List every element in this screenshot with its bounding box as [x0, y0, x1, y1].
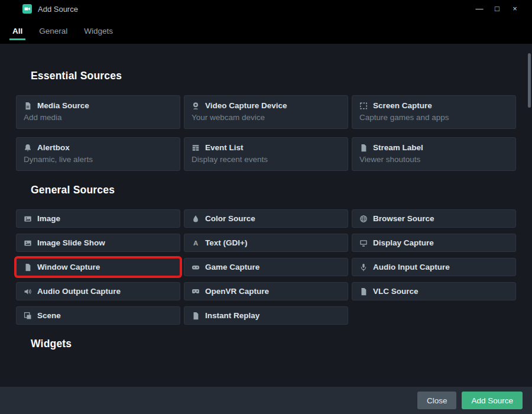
add-source-button[interactable]: Add Source — [462, 392, 523, 409]
card-subtitle: Your webcam device — [192, 113, 340, 122]
card-label: Image Slide Show — [37, 238, 105, 247]
maximize-window-icon[interactable]: □ — [488, 0, 506, 18]
essential-grid: Media SourceAdd mediaVideo Capture Devic… — [16, 95, 516, 171]
source-card-browser-source[interactable]: Browser Source — [352, 209, 516, 228]
file-icon — [24, 263, 32, 271]
source-card-screen-capture[interactable]: Screen CaptureCapture games and apps — [352, 95, 516, 129]
card-label: Game Capture — [205, 263, 259, 271]
source-card-media-source[interactable]: Media SourceAdd media — [16, 95, 180, 129]
window-controls: —□× — [471, 0, 524, 18]
card-subtitle: Add media — [24, 113, 173, 122]
file-icon — [192, 312, 200, 320]
text-icon: A — [192, 239, 200, 247]
card-label: Window Capture — [37, 263, 100, 271]
mic-icon — [359, 263, 368, 271]
add-source-dialog-content: Essential Sources Media SourceAdd mediaV… — [0, 44, 532, 387]
card-label: Image — [37, 214, 60, 223]
globe-icon — [359, 215, 368, 223]
card-title: Video Capture Device — [205, 101, 287, 110]
source-card-audio-input-capture[interactable]: Audio Input Capture — [352, 258, 516, 276]
source-card-stream-label[interactable]: Stream LabelViewer shoutouts — [352, 137, 516, 171]
scene-icon — [24, 312, 32, 320]
svg-text:A: A — [193, 239, 198, 246]
close-window-icon[interactable]: × — [506, 0, 524, 18]
close-button[interactable]: Close — [417, 392, 457, 409]
source-card-color-source[interactable]: Color Source — [184, 209, 348, 228]
general-sources-heading: General Sources — [31, 184, 516, 196]
source-card-image-slide-show[interactable]: Image Slide Show — [16, 234, 180, 252]
essential-sources-heading: Essential Sources — [31, 70, 516, 82]
list-icon — [192, 144, 200, 152]
tab-widgets[interactable]: Widgets — [76, 18, 121, 44]
card-label: Audio Input Capture — [373, 263, 450, 271]
bell-icon — [24, 144, 32, 152]
card-label: Display Capture — [373, 238, 434, 247]
file-icon — [359, 144, 368, 152]
card-label: Instant Replay — [205, 311, 259, 320]
source-card-event-list[interactable]: Event ListDisplay recent events — [184, 137, 348, 171]
card-label: VLC Source — [373, 287, 419, 296]
source-card-window-capture[interactable]: Window Capture — [16, 258, 180, 276]
source-card-image[interactable]: Image — [16, 209, 180, 228]
card-title: Stream Label — [373, 143, 423, 152]
image-icon — [24, 239, 32, 247]
card-label: Text (GDI+) — [205, 238, 247, 247]
footer: Close Add Source — [0, 387, 532, 414]
speaker-icon — [24, 287, 32, 296]
source-card-scene[interactable]: Scene — [16, 306, 180, 325]
card-label: OpenVR Capture — [205, 287, 269, 296]
widgets-heading: Widgets — [31, 338, 516, 350]
source-card-openvr-capture[interactable]: OpenVR Capture — [184, 282, 348, 300]
source-card-display-capture[interactable]: Display Capture — [352, 234, 516, 252]
card-title: Screen Capture — [373, 101, 432, 110]
minimize-window-icon[interactable]: — — [471, 0, 488, 18]
card-title: Alertbox — [37, 143, 70, 152]
card-label: Color Source — [205, 214, 255, 223]
card-title: Media Source — [37, 101, 89, 110]
add-source-dialog: Add Source —□× AllGeneralWidgets Essenti… — [0, 0, 532, 414]
display-icon — [359, 239, 368, 247]
scrollbar-thumb[interactable] — [528, 53, 531, 108]
card-subtitle: Viewer shoutouts — [359, 155, 508, 164]
tab-general[interactable]: General — [31, 18, 76, 44]
image-icon — [24, 215, 32, 223]
window-title: Add Source — [38, 5, 78, 14]
tab-all[interactable]: All — [4, 18, 31, 44]
source-card-vlc-source[interactable]: VLC Source — [352, 282, 516, 300]
source-card-text-gdi[interactable]: AText (GDI+) — [184, 234, 348, 252]
tab-bar: AllGeneralWidgets — [0, 18, 532, 44]
streamlabs-logo-icon — [22, 4, 32, 14]
card-subtitle: Dynamic, live alerts — [24, 155, 173, 164]
card-subtitle: Capture games and apps — [359, 113, 508, 122]
titlebar: Add Source —□× — [0, 0, 532, 18]
source-card-alertbox[interactable]: AlertboxDynamic, live alerts — [16, 137, 180, 171]
vr-icon — [192, 287, 200, 296]
media-icon — [24, 102, 32, 110]
card-label: Audio Output Capture — [37, 287, 121, 296]
color-icon — [192, 215, 200, 223]
scrollbar[interactable] — [527, 46, 531, 386]
source-card-game-capture[interactable]: Game Capture — [184, 258, 348, 276]
screen-icon — [359, 102, 368, 110]
card-label: Browser Source — [373, 214, 434, 223]
source-card-audio-output-capture[interactable]: Audio Output Capture — [16, 282, 180, 300]
card-subtitle: Display recent events — [192, 155, 340, 164]
file-icon — [359, 287, 368, 296]
source-card-instant-replay[interactable]: Instant Replay — [184, 306, 348, 325]
webcam-icon — [192, 102, 200, 110]
card-title: Event List — [205, 143, 244, 152]
gamepad-icon — [192, 263, 200, 271]
general-grid: ImageColor SourceBrowser SourceImage Sli… — [16, 209, 516, 325]
card-label: Scene — [37, 311, 61, 320]
source-card-video-capture-device[interactable]: Video Capture DeviceYour webcam device — [184, 95, 348, 129]
